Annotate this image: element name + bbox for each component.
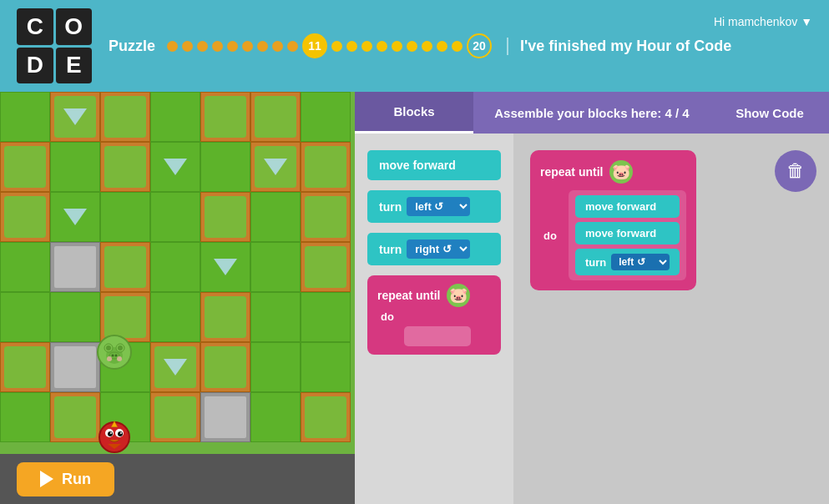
dot-16[interactable] xyxy=(407,41,417,52)
cell-0-3 xyxy=(150,92,200,142)
finished-text[interactable]: I've finished my Hour of Code xyxy=(507,38,731,55)
cell-5-6 xyxy=(301,342,351,392)
dot-4[interactable] xyxy=(212,41,223,52)
dot-11[interactable] xyxy=(331,41,342,52)
logo[interactable]: C O D E xyxy=(17,8,92,83)
dot-current[interactable]: 11 xyxy=(302,33,327,58)
blocks-list: move forward turn left ↺ right ↺ turn ri… xyxy=(355,134,513,504)
dots-row: 11 20 xyxy=(167,33,492,58)
svg-point-16 xyxy=(108,431,113,436)
svg-point-18 xyxy=(110,432,112,434)
dot-8[interactable] xyxy=(272,41,283,52)
dot-final[interactable]: 20 xyxy=(467,33,492,58)
dot-17[interactable] xyxy=(422,41,432,52)
assembled-inner: move forward move forward turn left ↺ ri… xyxy=(569,190,686,280)
svg-point-10 xyxy=(117,356,122,361)
cell-4-3 xyxy=(150,292,200,342)
cell-2-2 xyxy=(100,192,150,242)
cell-3-1 xyxy=(50,242,100,292)
assembled-turn-left[interactable]: turn left ↺ right ↺ xyxy=(575,249,680,275)
assembled-turn-select[interactable]: left ↺ right ↺ xyxy=(611,254,670,270)
cell-1-6 xyxy=(301,142,351,192)
dot-5[interactable] xyxy=(227,41,238,52)
run-button[interactable]: Run xyxy=(17,462,114,496)
tab-show-code[interactable]: Show Code xyxy=(710,92,829,134)
cell-2-0 xyxy=(0,192,50,242)
cell-4-1 xyxy=(50,292,100,342)
pig-icon-block: 🐷 xyxy=(447,284,470,307)
cell-5-4 xyxy=(200,342,250,392)
dot-18[interactable] xyxy=(437,41,447,52)
turn-right-text: turn xyxy=(379,243,402,256)
tab-assemble[interactable]: Assemble your blocks here: 4 / 4 xyxy=(473,92,710,134)
game-grid xyxy=(0,92,351,442)
trash-button[interactable]: 🗑 xyxy=(775,150,816,192)
block-move-forward[interactable]: move forward xyxy=(367,150,501,180)
cell-0-2 xyxy=(100,92,150,142)
svg-point-17 xyxy=(118,431,123,436)
game-canvas: Run xyxy=(0,92,355,504)
cell-6-5 xyxy=(250,392,301,442)
dot-7[interactable] xyxy=(257,41,268,52)
svg-point-7 xyxy=(112,355,114,357)
svg-point-9 xyxy=(107,356,112,361)
svg-point-19 xyxy=(120,432,122,434)
assemble-area: repeat until 🐷 do move forward move forw… xyxy=(513,134,762,504)
block-turn-right[interactable]: turn right ↺ left ↺ xyxy=(367,233,501,265)
cell-3-5 xyxy=(250,242,301,292)
cell-3-4 xyxy=(200,242,250,292)
header: C O D E Puzzle 11 20 I've xyxy=(0,0,829,92)
dot-2[interactable] xyxy=(182,41,193,52)
dot-3[interactable] xyxy=(197,41,208,52)
trash-icon-symbol: 🗑 xyxy=(786,160,805,182)
cell-3-3 xyxy=(150,242,200,292)
green-pig xyxy=(96,334,133,370)
block-turn-left[interactable]: turn left ↺ right ↺ xyxy=(367,190,501,223)
do-label: do xyxy=(381,310,394,323)
cell-1-2 xyxy=(100,142,150,192)
cell-3-0 xyxy=(0,242,50,292)
pink-header: repeat until 🐷 xyxy=(377,284,491,307)
cell-4-6 xyxy=(301,292,351,342)
block-repeat-until[interactable]: repeat until 🐷 do xyxy=(367,275,501,355)
cell-3-2 xyxy=(100,242,150,292)
move-forward-label: move forward xyxy=(379,159,456,172)
assembled-move-2[interactable]: move forward xyxy=(575,222,680,244)
dot-6[interactable] xyxy=(242,41,253,52)
cell-6-3 xyxy=(150,392,200,442)
assembled-move-1-label: move forward xyxy=(585,200,656,213)
assembled-repeat-label: repeat until xyxy=(540,165,603,179)
cell-1-1 xyxy=(50,142,100,192)
cell-0-5 xyxy=(250,92,301,142)
dot-13[interactable] xyxy=(361,41,372,52)
user-info[interactable]: Hi mamchenkov ▼ xyxy=(714,15,812,28)
dot-19[interactable] xyxy=(452,41,463,52)
cell-6-4 xyxy=(200,392,250,442)
user-name[interactable]: Hi mamchenkov ▼ xyxy=(714,15,812,28)
puzzle-nav: Puzzle 11 20 I've finished my Hour of Co… xyxy=(109,33,812,58)
cell-0-1 xyxy=(50,92,100,142)
svg-point-5 xyxy=(118,345,123,350)
turn-left-select[interactable]: left ↺ right ↺ xyxy=(407,197,470,216)
tab-blocks[interactable]: Blocks xyxy=(355,92,473,134)
cell-2-3 xyxy=(150,192,200,242)
cell-1-5 xyxy=(250,142,301,192)
assembled-repeat-block[interactable]: repeat until 🐷 do move forward move forw… xyxy=(530,150,696,290)
turn-left-text: turn xyxy=(379,200,402,214)
main: Run Blocks Assemble your blocks here: 4 … xyxy=(0,92,829,504)
dot-15[interactable] xyxy=(392,41,402,52)
assembled-header: repeat until 🐷 xyxy=(540,160,686,184)
panel-tabs: Blocks Assemble your blocks here: 4 / 4 … xyxy=(355,92,829,134)
dot-9[interactable] xyxy=(287,41,298,52)
repeat-label: repeat until xyxy=(377,289,440,302)
turn-right-select[interactable]: right ↺ left ↺ xyxy=(407,239,470,259)
cell-0-0 xyxy=(0,92,50,142)
cell-0-4 xyxy=(200,92,250,142)
run-area: Run xyxy=(0,454,355,504)
assembled-move-1[interactable]: move forward xyxy=(575,195,680,218)
dot-14[interactable] xyxy=(377,41,387,52)
dot-1[interactable] xyxy=(167,41,178,52)
svg-point-4 xyxy=(106,345,111,350)
dot-12[interactable] xyxy=(346,41,357,52)
cell-4-4 xyxy=(200,292,250,342)
